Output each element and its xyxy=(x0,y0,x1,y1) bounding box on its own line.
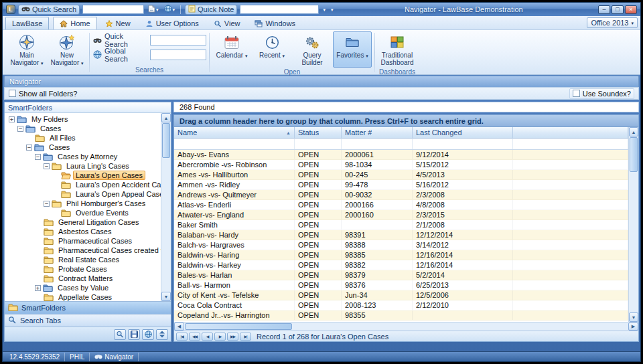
tree-expander-icon[interactable]: + xyxy=(9,116,15,122)
quick-note-dropdown-button[interactable]: ▾ xyxy=(322,5,327,15)
tab-home[interactable]: Home xyxy=(53,17,96,29)
grid-row-abay-vs-evans[interactable]: Abay-vs- EvansOPEN20000619/12/2014 xyxy=(174,150,628,160)
tree-item-cases-by-value[interactable]: +Cases by Value xyxy=(5,283,161,292)
smartfolders-panel-button[interactable]: SmartFolders xyxy=(5,301,171,314)
record-last-button[interactable]: ▶| xyxy=(240,333,251,341)
tab-lawbase[interactable]: LawBase xyxy=(5,17,49,29)
app-icon[interactable]: L xyxy=(6,5,15,14)
record-prev-page-button[interactable]: ◀◀ xyxy=(189,333,200,341)
tab-new[interactable]: New xyxy=(98,17,137,29)
column-header-matter[interactable]: Matter # xyxy=(342,127,413,139)
query-builder-button[interactable]: Query Builder xyxy=(293,31,332,68)
tree-item-probate-cases[interactable]: Probate Cases xyxy=(5,264,161,274)
close-button[interactable]: × xyxy=(625,5,637,14)
tree-expander-icon[interactable]: + xyxy=(35,285,41,291)
tab-view[interactable]: View xyxy=(207,17,247,29)
tree-expander-icon[interactable]: − xyxy=(26,145,32,151)
grid-row-ammen-vs-ridley[interactable]: Ammen -vs- RidleyOPEN99-4785/16/2012 xyxy=(174,180,628,190)
tree-item-laura-ling-s-cases[interactable]: −Laura Ling's Cases xyxy=(5,161,161,171)
tree-item-overdue-events[interactable]: Overdue Events xyxy=(5,208,161,217)
office-theme-selector[interactable]: Office 2013▾ xyxy=(587,17,638,28)
tree-item-cases[interactable]: −Cases xyxy=(5,143,161,152)
scrollbar-track[interactable] xyxy=(293,323,628,331)
tree-item-appellate-cases[interactable]: Appellate Cases xyxy=(5,292,161,301)
new-record-menu-button[interactable]: ▾ xyxy=(147,5,160,15)
scroll-up-button[interactable]: ▲ xyxy=(629,127,638,136)
scroll-up-button[interactable]: ▲ xyxy=(161,113,171,122)
grid-row-abercrombie-vs-robinson[interactable]: Abercrombie -vs- RobinsonOPEN98-10345/15… xyxy=(174,160,628,170)
record-next-button[interactable]: ▶ xyxy=(214,333,226,341)
tree-item-pharmaceutical-cases-created-today[interactable]: Pharmaceutical Cases created today xyxy=(5,246,161,255)
grid-row-baldwin-vs-harkey[interactable]: Baldwin-vs- HarkeyOPEN9838212/16/2014 xyxy=(174,260,628,270)
filter-cell[interactable] xyxy=(413,139,513,149)
scrollbar-thumb[interactable] xyxy=(185,323,292,330)
grid-row-atwater-vs-england[interactable]: Atwater-vs- EnglandOPEN20001602/3/2015 xyxy=(174,210,628,220)
tree-item-real-estate-cases[interactable]: Real Estate Cases xyxy=(5,255,161,264)
grid-row-ames-vs-halliburton[interactable]: Ames -vs- HalliburtonOPEN00-2454/5/2013 xyxy=(174,170,628,180)
column-header-name[interactable]: Name▲ xyxy=(174,127,295,139)
scroll-right-button[interactable]: ▶ xyxy=(628,323,638,331)
tree-expander-icon[interactable]: − xyxy=(44,163,50,169)
tree-expander-icon[interactable]: − xyxy=(17,126,23,132)
tree-item-contract-matters[interactable]: Contract Matters xyxy=(5,274,161,283)
scroll-down-button[interactable]: ▼ xyxy=(629,312,638,322)
tree-item-pharmaceutical-cases[interactable]: Pharmaceutical Cases xyxy=(5,236,161,246)
show-all-folders-checkbox[interactable] xyxy=(9,90,16,97)
grid-vertical-scrollbar[interactable]: ▲ ▼ xyxy=(628,127,638,322)
grid-row-balaban-vs-hardy[interactable]: Balaban-vs- HardyOPEN9839112/12/2014 xyxy=(174,230,628,240)
grid-horizontal-scrollbar[interactable]: ◀ ▶ xyxy=(174,322,638,331)
tree-expander-icon[interactable]: − xyxy=(44,201,50,207)
grid-row-ball-vs-harmon[interactable]: Ball-vs- HarmonOPEN983766/25/2013 xyxy=(174,280,628,290)
grid-row-coca-cola-contract[interactable]: Coca Cola ContractOPEN2008-1232/12/2010 xyxy=(174,300,628,310)
tree-item-all-files[interactable]: All Files xyxy=(5,133,161,143)
scroll-down-button[interactable]: ▼ xyxy=(161,292,171,301)
new-navigator-button[interactable]: New Navigator ▾ xyxy=(48,31,86,68)
filter-cell[interactable] xyxy=(174,139,295,149)
column-header-last-changed[interactable]: Last Changed xyxy=(413,127,513,139)
tree-item-my-folders[interactable]: +My Folders xyxy=(5,114,161,124)
filter-cell[interactable] xyxy=(342,139,413,149)
scrollbar-thumb[interactable] xyxy=(630,137,638,172)
tree-vertical-scrollbar[interactable]: ▲ ▼ xyxy=(161,113,171,301)
tree-item-cases-by-attorney[interactable]: −Cases by Attorney xyxy=(5,152,161,161)
favorites-button[interactable]: Favorites ▾ xyxy=(333,31,372,68)
tree-item-phil-homburger-s-cases[interactable]: −Phil Homburger's Cases xyxy=(5,199,161,208)
tree-item-general-litigation-cases[interactable]: General Litigation Cases xyxy=(5,217,161,227)
scrollbar-thumb[interactable] xyxy=(162,123,170,158)
column-header-status[interactable]: Status xyxy=(295,127,342,139)
filter-cell[interactable] xyxy=(295,139,342,149)
tree-item-laura-s-open-appeal-cases[interactable]: Laura's Open Appeal Cases xyxy=(5,189,161,199)
grid-row-baldwin-vs-haring[interactable]: Baldwin-vs- HaringOPEN9838512/16/2014 xyxy=(174,250,628,260)
calendar-button[interactable]: Calendar ▾ xyxy=(212,31,251,68)
global-search-input[interactable] xyxy=(150,50,206,60)
tree-item-laura-s-open-accident-cases[interactable]: Laura's Open Accident Cases xyxy=(5,180,161,189)
recent-button[interactable]: Recent ▾ xyxy=(253,31,291,68)
global-menu-button[interactable]: ▾ xyxy=(163,5,177,15)
grid-row-balch-vs-hargraves[interactable]: Balch-vs- HargravesOPEN983883/14/2012 xyxy=(174,240,628,250)
search-tabs-panel-button[interactable]: Search Tabs xyxy=(5,314,171,327)
grid-row-copeland-jr-vs-harrington[interactable]: Copeland Jr..-vs- HarringtonOPEN98355 xyxy=(174,310,628,321)
grid-row-atlas-vs-enderli[interactable]: Atlas-vs- EnderliOPEN20001664/8/2008 xyxy=(174,200,628,210)
use-soundex-checkbox[interactable] xyxy=(573,90,580,97)
grid-row-baker-smith[interactable]: Baker SmithOPEN2/1/2008 xyxy=(174,220,628,230)
collapse-expand-button[interactable] xyxy=(156,329,168,340)
record-prev-button[interactable]: ◀ xyxy=(202,333,213,341)
quick-search-input[interactable] xyxy=(150,35,206,46)
grid-row-andrews-vs-quitmeyer[interactable]: Andrews -vs- QuitmeyerOPEN00-90322/3/200… xyxy=(174,190,628,200)
traditional-dashboard-button[interactable]: Traditional Dashboard xyxy=(378,31,417,68)
tree-expander-icon[interactable]: − xyxy=(35,154,41,160)
customize-toolbar-button[interactable]: ▾ xyxy=(330,5,335,15)
save-layout-button[interactable] xyxy=(128,329,140,340)
main-navigator-button[interactable]: Main Navigator ▾ xyxy=(7,31,46,68)
find-button[interactable] xyxy=(114,329,126,340)
maximize-button[interactable]: □ xyxy=(612,5,624,14)
minimize-button[interactable]: – xyxy=(598,5,610,14)
group-by-hint-bar[interactable]: Drag a column header here to group by th… xyxy=(174,115,638,127)
scrollbar-track[interactable] xyxy=(629,173,638,312)
grid-row-city-of-kent-vs-tefelske[interactable]: City of Kent -vs- TefelskeOPENJun-3412/5… xyxy=(174,290,628,300)
record-first-button[interactable]: |◀ xyxy=(176,333,188,341)
tree-item-asbestos-cases[interactable]: Asbestos Cases xyxy=(5,227,161,236)
refresh-globe-button[interactable] xyxy=(142,329,154,340)
record-next-page-button[interactable]: ▶▶ xyxy=(227,333,238,341)
tab-user-options[interactable]: User Options xyxy=(139,17,206,29)
